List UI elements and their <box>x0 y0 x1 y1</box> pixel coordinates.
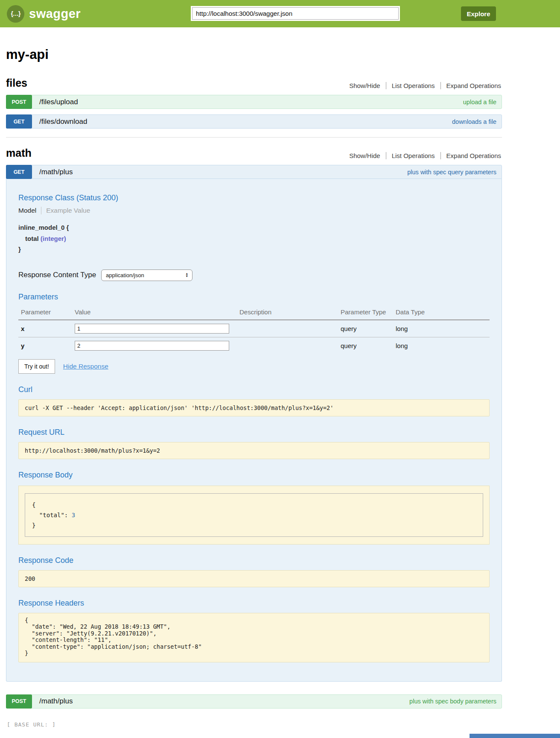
curl-heading: Curl <box>18 385 490 394</box>
parameter-type: query <box>341 325 396 332</box>
bottom-blue-bar <box>470 734 560 738</box>
curl-command-block: curl -X GET --header 'Accept: applicatio… <box>18 399 490 416</box>
files-section-controls: Show/Hide List Operations Expand Operati… <box>344 82 502 89</box>
swagger-braces-icon: {…} <box>7 5 24 23</box>
endpoint-row-files-upload[interactable]: POST /files/upload upload a file <box>6 95 502 109</box>
endpoint-path-link[interactable]: /files/upload <box>39 98 78 106</box>
model-open-line: inline_model_0 { <box>18 222 490 233</box>
response-code-block: 200 <box>18 570 490 587</box>
parameters-heading: Parameters <box>18 293 490 302</box>
response-body-section: Response Body { "total": 3 } <box>18 471 490 545</box>
try-it-out-button[interactable]: Try it out! <box>18 359 55 374</box>
math-section-header: math Show/Hide List Operations Expand Op… <box>6 147 502 159</box>
response-code-heading: Response Code <box>18 556 490 565</box>
request-url-block: http://localhost:3000/math/plus?x=1&y=2 <box>18 442 490 459</box>
data-type: long <box>396 342 490 349</box>
math-section-controls: Show/Hide List Operations Expand Operati… <box>344 152 502 159</box>
response-body-heading: Response Body <box>18 471 490 480</box>
get-method-badge: GET <box>6 114 32 129</box>
model-close-line: } <box>18 244 490 255</box>
col-parameter: Parameter <box>21 308 75 316</box>
col-description: Description <box>239 308 341 316</box>
parameter-name: y <box>21 342 75 349</box>
spec-url-input[interactable] <box>192 7 399 20</box>
explore-button[interactable]: Explore <box>461 6 496 21</box>
endpoint-path-link[interactable]: /math/plus <box>39 697 73 706</box>
spec-url-field-wrap <box>191 6 400 21</box>
curl-section: Curl curl -X GET --header 'Accept: appli… <box>18 385 490 416</box>
section-math: math Show/Hide List Operations Expand Op… <box>6 147 502 709</box>
base-url-footer: [ BASE URL: ] <box>7 721 502 728</box>
list-operations-link[interactable]: List Operations <box>386 152 440 159</box>
json-prefix: { "total": <box>32 501 72 518</box>
model-signature: inline_model_0 { total (integer) } <box>18 222 490 255</box>
json-number-value: 3 <box>72 512 75 518</box>
selected-content-type: application/json <box>106 272 144 278</box>
parameters-table: Parameter Value Description Parameter Ty… <box>18 307 490 354</box>
parameters-table-header: Parameter Value Description Parameter Ty… <box>18 307 490 320</box>
endpoint-path-link[interactable]: /files/download <box>39 117 87 126</box>
main-content: my-api files Show/Hide List Operations E… <box>6 47 502 728</box>
response-headers-heading: Response Headers <box>18 599 490 608</box>
endpoint-summary-link[interactable]: plus with spec query parameters <box>407 169 496 176</box>
show-hide-link[interactable]: Show/Hide <box>344 152 386 159</box>
list-operations-link[interactable]: List Operations <box>386 82 440 89</box>
parameter-x-input[interactable] <box>75 324 229 334</box>
math-section-title: math <box>6 147 32 159</box>
select-arrows-icon: ▲▼ <box>185 272 188 278</box>
response-headers-block: { "date": "Wed, 22 Aug 2018 18:49:13 GMT… <box>18 613 490 662</box>
parameter-row-y: y query long <box>18 337 490 354</box>
model-tabs: Model Example Value <box>18 207 490 214</box>
request-url-heading: Request URL <box>18 428 490 437</box>
expand-operations-link[interactable]: Expand Operations <box>440 152 502 159</box>
files-section-title: files <box>6 77 27 89</box>
section-divider <box>6 137 502 138</box>
get-method-badge: GET <box>6 165 32 179</box>
parameters-section: Parameters Parameter Value Description P… <box>18 293 490 354</box>
parameter-name: x <box>21 325 75 332</box>
parameter-row-x: x query long <box>18 320 490 337</box>
parameter-y-input[interactable] <box>75 341 229 351</box>
col-parameter-type: Parameter Type <box>341 308 396 316</box>
response-body-outer: { "total": 3 } <box>18 486 490 545</box>
tab-model[interactable]: Model <box>18 207 41 214</box>
expand-operations-link[interactable]: Expand Operations <box>440 82 502 89</box>
data-type: long <box>396 325 490 332</box>
response-content-type-select[interactable]: application/json ▲▼ <box>101 269 192 281</box>
api-title: my-api <box>6 47 502 62</box>
brand-title: swagger <box>29 7 81 21</box>
response-body-json: { "total": 3 } <box>25 493 483 537</box>
operation-panel: Response Class (Status 200) Model Exampl… <box>6 179 502 682</box>
actions-row: Try it out! Hide Response <box>18 359 490 374</box>
files-section-header: files Show/Hide List Operations Expand O… <box>6 77 502 89</box>
endpoint-row-math-plus-get[interactable]: GET /math/plus plus with spec query para… <box>6 165 502 179</box>
header-bar: {…} swagger Explore <box>0 0 560 27</box>
response-content-type-row: Response Content Type application/json ▲… <box>18 269 490 281</box>
request-url-section: Request URL http://localhost:3000/math/p… <box>18 428 490 459</box>
json-suffix: } <box>32 522 35 529</box>
tab-example-value[interactable]: Example Value <box>41 207 90 214</box>
endpoint-row-math-plus-post[interactable]: POST /math/plus plus with spec body para… <box>6 694 502 709</box>
endpoint-summary-link[interactable]: plus with spec body parameters <box>409 698 496 705</box>
property-name: total <box>25 235 39 242</box>
col-value: Value <box>75 308 239 316</box>
hide-response-link[interactable]: Hide Response <box>63 363 108 370</box>
response-code-section: Response Code 200 <box>18 556 490 587</box>
endpoint-summary-link[interactable]: upload a file <box>463 99 496 105</box>
endpoint-path-link[interactable]: /math/plus <box>39 168 73 176</box>
swagger-logo[interactable]: {…} swagger <box>7 5 81 23</box>
parameter-type: query <box>341 342 396 349</box>
endpoint-row-files-download[interactable]: GET /files/download downloads a file <box>6 114 502 129</box>
response-headers-section: Response Headers { "date": "Wed, 22 Aug … <box>18 599 490 662</box>
response-content-type-label: Response Content Type <box>18 271 96 279</box>
show-hide-link[interactable]: Show/Hide <box>344 82 386 89</box>
post-method-badge: POST <box>6 694 32 709</box>
model-property-line: total (integer) <box>18 233 490 244</box>
property-type: (integer) <box>41 235 66 242</box>
col-data-type: Data Type <box>396 308 490 316</box>
post-method-badge: POST <box>6 95 32 109</box>
section-files: files Show/Hide List Operations Expand O… <box>6 77 502 129</box>
response-class-heading: Response Class (Status 200) <box>18 193 490 202</box>
endpoint-summary-link[interactable]: downloads a file <box>452 118 496 125</box>
